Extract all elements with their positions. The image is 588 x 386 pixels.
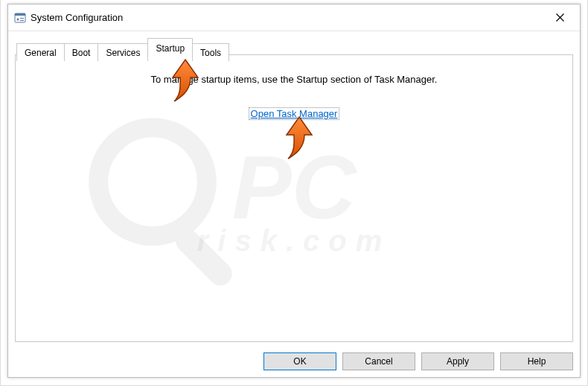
- title-left: System Configuration: [14, 12, 123, 24]
- help-button[interactable]: Help: [500, 352, 573, 370]
- svg-point-2: [17, 18, 19, 20]
- apply-button[interactable]: Apply: [421, 352, 494, 370]
- tab-services[interactable]: Services: [98, 43, 148, 61]
- instruction-text: To manage startup items, use the Startup…: [16, 74, 572, 85]
- open-task-manager-link[interactable]: Open Task Manager: [249, 107, 340, 120]
- cancel-button[interactable]: Cancel: [342, 352, 415, 370]
- title-bar: System Configuration: [8, 4, 580, 31]
- msconfig-icon: [14, 12, 26, 24]
- close-icon: [556, 13, 564, 22]
- window-title: System Configuration: [31, 12, 123, 23]
- tab-strip: General Boot Services Startup Tools: [16, 38, 229, 59]
- tab-startup[interactable]: Startup: [147, 38, 193, 59]
- tab-boot[interactable]: Boot: [64, 43, 99, 61]
- tab-general[interactable]: General: [16, 43, 65, 61]
- screenshot-frame: System Configuration General Boot Servic…: [0, 0, 588, 386]
- startup-tab-panel: To manage startup items, use the Startup…: [15, 54, 573, 342]
- close-button[interactable]: [543, 7, 577, 29]
- dialog-button-row: OK Cancel Apply Help: [263, 352, 573, 370]
- svg-rect-4: [20, 20, 24, 21]
- system-configuration-window: System Configuration General Boot Servic…: [7, 4, 581, 378]
- svg-rect-3: [20, 18, 24, 19]
- svg-rect-1: [15, 13, 25, 16]
- ok-button[interactable]: OK: [263, 352, 336, 370]
- client-area: General Boot Services Startup Tools To m…: [15, 38, 573, 370]
- tab-tools[interactable]: Tools: [192, 43, 229, 61]
